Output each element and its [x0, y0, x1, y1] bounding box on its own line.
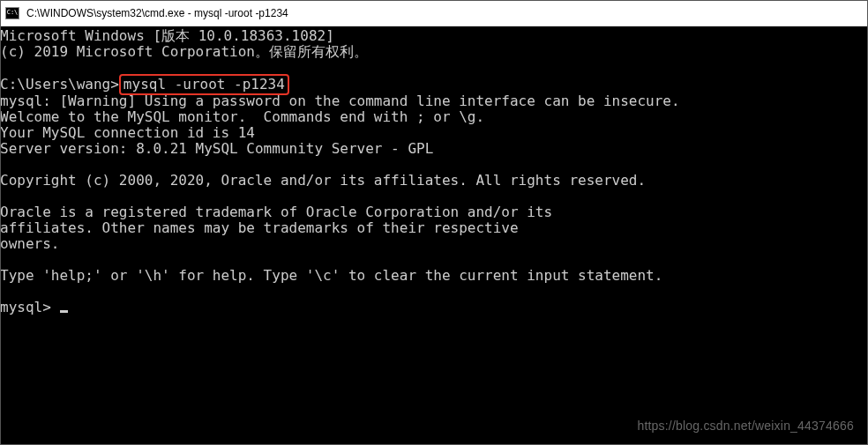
line-trademark-3: owners. — [0, 235, 59, 252]
line-ms-copyright: (c) 2019 Microsoft Corporation。保留所有权利。 — [0, 43, 368, 60]
line-trademark-1: Oracle is a registered trademark of Orac… — [0, 204, 552, 220]
line-server: Server version: 8.0.21 MySQL Community S… — [0, 140, 433, 157]
highlighted-command: mysql -uroot -p1234 — [119, 74, 289, 95]
line-connid: Your MySQL connection id is 14 — [0, 124, 255, 141]
cursor-icon — [60, 310, 68, 313]
window-title: C:\WINDOWS\system32\cmd.exe - mysql -uro… — [26, 7, 288, 19]
line-warning: mysql: [Warning] Using a password on the… — [0, 93, 680, 109]
cmd-icon — [5, 7, 19, 19]
line-trademark-2: affiliates. Other names may be trademark… — [0, 219, 519, 236]
terminal-output[interactable]: Microsoft Windows [版本 10.0.18363.1082] (… — [0, 26, 868, 317]
line-oracle-copyright: Copyright (c) 2000, 2020, Oracle and/or … — [0, 172, 646, 189]
line-help: Type 'help;' or '\h' for help. Type '\c'… — [0, 267, 662, 284]
line-winver: Microsoft Windows [版本 10.0.18363.1082] — [0, 27, 334, 44]
titlebar[interactable]: C:\WINDOWS\system32\cmd.exe - mysql -uro… — [0, 0, 868, 26]
prompt-path: C:\Users\wang> — [0, 76, 119, 93]
command-text: mysql -uroot -p1234 — [123, 76, 285, 93]
watermark: https://blog.csdn.net/weixin_44374666 — [637, 419, 854, 433]
mysql-prompt[interactable]: mysql> — [0, 299, 59, 315]
line-welcome: Welcome to the MySQL monitor. Commands e… — [0, 108, 484, 125]
